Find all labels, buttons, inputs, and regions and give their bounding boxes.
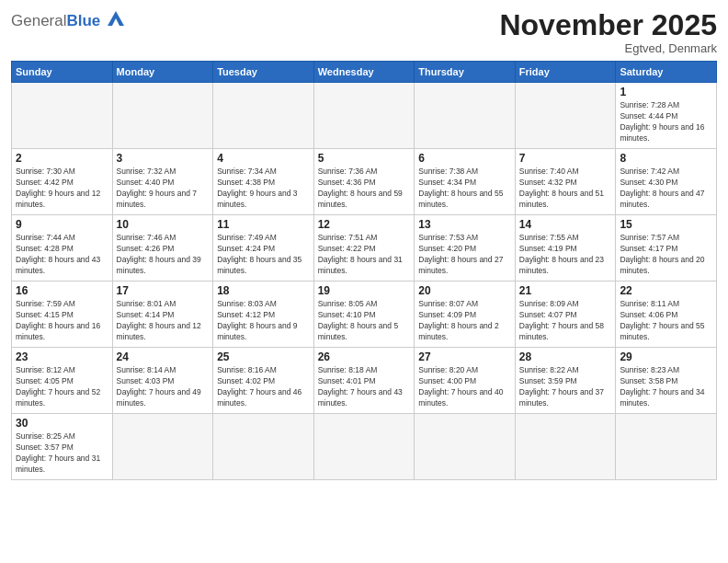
header: GeneralBlue November 2025 Egtved, Denmar… (11, 9, 717, 55)
day-number: 21 (519, 284, 612, 297)
sun-info: Sunrise: 8:12 AMSunset: 4:05 PMDaylight:… (16, 365, 108, 409)
day-cell (112, 414, 213, 480)
day-cell: 17Sunrise: 8:01 AMSunset: 4:14 PMDayligh… (112, 282, 213, 348)
sun-info: Sunrise: 8:22 AMSunset: 3:59 PMDaylight:… (519, 365, 612, 409)
day-number: 29 (620, 350, 712, 363)
day-number: 18 (217, 284, 310, 297)
day-cell: 11Sunrise: 7:49 AMSunset: 4:24 PMDayligh… (213, 215, 314, 282)
sun-info: Sunrise: 7:44 AMSunset: 4:28 PMDaylight:… (16, 233, 108, 277)
day-cell: 5Sunrise: 7:36 AMSunset: 4:36 PMDaylight… (313, 149, 415, 215)
day-cell: 13Sunrise: 7:53 AMSunset: 4:20 PMDayligh… (415, 215, 516, 282)
day-cell: 25Sunrise: 8:16 AMSunset: 4:02 PMDayligh… (213, 348, 314, 414)
day-number: 4 (217, 152, 310, 165)
day-number: 12 (318, 218, 411, 231)
day-cell (112, 83, 213, 149)
sun-info: Sunrise: 7:32 AMSunset: 4:40 PMDaylight:… (117, 167, 210, 211)
day-cell: 3Sunrise: 7:32 AMSunset: 4:40 PMDaylight… (112, 149, 213, 215)
calendar-table: SundayMondayTuesdayWednesdayThursdayFrid… (11, 61, 717, 480)
day-number: 9 (16, 218, 108, 231)
day-cell: 2Sunrise: 7:30 AMSunset: 4:42 PMDaylight… (12, 149, 113, 215)
sun-info: Sunrise: 7:53 AMSunset: 4:20 PMDaylight:… (418, 233, 511, 277)
day-number: 19 (318, 284, 411, 297)
day-cell: 23Sunrise: 8:12 AMSunset: 4:05 PMDayligh… (12, 348, 113, 414)
week-row-5: 23Sunrise: 8:12 AMSunset: 4:05 PMDayligh… (12, 348, 717, 414)
sun-info: Sunrise: 8:23 AMSunset: 3:58 PMDaylight:… (620, 365, 712, 409)
sun-info: Sunrise: 8:07 AMSunset: 4:09 PMDaylight:… (418, 299, 511, 343)
day-number: 22 (620, 284, 712, 297)
day-number: 1 (620, 86, 712, 98)
day-cell: 4Sunrise: 7:34 AMSunset: 4:38 PMDaylight… (213, 149, 314, 215)
sun-info: Sunrise: 8:01 AMSunset: 4:14 PMDaylight:… (117, 299, 210, 343)
day-cell: 24Sunrise: 8:14 AMSunset: 4:03 PMDayligh… (112, 348, 213, 414)
sun-info: Sunrise: 7:36 AMSunset: 4:36 PMDaylight:… (318, 167, 411, 211)
day-cell: 14Sunrise: 7:55 AMSunset: 4:19 PMDayligh… (515, 215, 616, 282)
day-number: 26 (318, 350, 411, 363)
day-number: 6 (418, 152, 511, 165)
sun-info: Sunrise: 7:59 AMSunset: 4:15 PMDaylight:… (16, 299, 108, 343)
day-number: 11 (217, 218, 310, 231)
day-cell: 18Sunrise: 8:03 AMSunset: 4:12 PMDayligh… (213, 282, 314, 348)
day-number: 17 (117, 284, 210, 297)
day-cell (515, 414, 616, 480)
day-cell: 1Sunrise: 7:28 AMSunset: 4:44 PMDaylight… (616, 83, 717, 149)
day-number: 7 (519, 152, 612, 165)
sun-info: Sunrise: 7:57 AMSunset: 4:17 PMDaylight:… (620, 233, 712, 277)
day-cell: 12Sunrise: 7:51 AMSunset: 4:22 PMDayligh… (313, 215, 415, 282)
week-row-3: 9Sunrise: 7:44 AMSunset: 4:28 PMDaylight… (12, 215, 717, 282)
day-cell (313, 83, 415, 149)
day-cell: 8Sunrise: 7:42 AMSunset: 4:30 PMDaylight… (616, 149, 717, 215)
sun-info: Sunrise: 8:14 AMSunset: 4:03 PMDaylight:… (117, 365, 210, 409)
day-number: 25 (217, 350, 310, 363)
sun-info: Sunrise: 7:40 AMSunset: 4:32 PMDaylight:… (519, 167, 612, 211)
day-number: 30 (16, 417, 108, 430)
day-number: 20 (418, 284, 511, 297)
sun-info: Sunrise: 7:51 AMSunset: 4:22 PMDaylight:… (318, 233, 411, 277)
day-cell (616, 414, 717, 480)
week-row-1: 1Sunrise: 7:28 AMSunset: 4:44 PMDaylight… (12, 83, 717, 149)
sun-info: Sunrise: 7:55 AMSunset: 4:19 PMDaylight:… (519, 233, 612, 277)
week-row-6: 30Sunrise: 8:25 AMSunset: 3:57 PMDayligh… (12, 414, 717, 480)
weekday-tuesday: Tuesday (213, 62, 314, 83)
day-cell: 7Sunrise: 7:40 AMSunset: 4:32 PMDaylight… (515, 149, 616, 215)
day-cell: 22Sunrise: 8:11 AMSunset: 4:06 PMDayligh… (616, 282, 717, 348)
day-cell: 16Sunrise: 7:59 AMSunset: 4:15 PMDayligh… (12, 282, 113, 348)
location: Egtved, Denmark (499, 41, 717, 55)
weekday-friday: Friday (515, 62, 616, 83)
day-number: 28 (519, 350, 612, 363)
day-cell (213, 83, 314, 149)
day-number: 10 (117, 218, 210, 231)
day-number: 23 (16, 350, 108, 363)
sun-info: Sunrise: 7:28 AMSunset: 4:44 PMDaylight:… (620, 100, 712, 144)
day-cell (313, 414, 415, 480)
day-cell: 30Sunrise: 8:25 AMSunset: 3:57 PMDayligh… (12, 414, 113, 480)
day-cell: 27Sunrise: 8:20 AMSunset: 4:00 PMDayligh… (415, 348, 516, 414)
day-cell: 6Sunrise: 7:38 AMSunset: 4:34 PMDaylight… (415, 149, 516, 215)
day-number: 3 (117, 152, 210, 165)
sun-info: Sunrise: 8:11 AMSunset: 4:06 PMDaylight:… (620, 299, 712, 343)
day-cell: 9Sunrise: 7:44 AMSunset: 4:28 PMDaylight… (12, 215, 113, 282)
sun-info: Sunrise: 7:30 AMSunset: 4:42 PMDaylight:… (16, 167, 108, 211)
day-number: 2 (16, 152, 108, 165)
logo-text: GeneralBlue (11, 13, 100, 30)
weekday-saturday: Saturday (616, 62, 717, 83)
weekday-thursday: Thursday (415, 62, 516, 83)
day-cell: 19Sunrise: 8:05 AMSunset: 4:10 PMDayligh… (313, 282, 415, 348)
weekday-sunday: Sunday (12, 62, 113, 83)
day-cell (12, 83, 113, 149)
day-cell (515, 83, 616, 149)
sun-info: Sunrise: 8:20 AMSunset: 4:00 PMDaylight:… (418, 365, 511, 409)
weekday-header-row: SundayMondayTuesdayWednesdayThursdayFrid… (12, 62, 717, 83)
day-cell (415, 83, 516, 149)
day-number: 5 (318, 152, 411, 165)
day-number: 27 (418, 350, 511, 363)
day-cell: 15Sunrise: 7:57 AMSunset: 4:17 PMDayligh… (616, 215, 717, 282)
day-number: 16 (16, 284, 108, 297)
weekday-monday: Monday (112, 62, 213, 83)
logo-blue: Blue (66, 12, 100, 29)
day-cell: 20Sunrise: 8:07 AMSunset: 4:09 PMDayligh… (415, 282, 516, 348)
title-block: November 2025 Egtved, Denmark (499, 9, 717, 55)
day-number: 8 (620, 152, 712, 165)
logo-general: General (11, 12, 66, 29)
day-number: 15 (620, 218, 712, 231)
logo: GeneralBlue (11, 9, 130, 33)
